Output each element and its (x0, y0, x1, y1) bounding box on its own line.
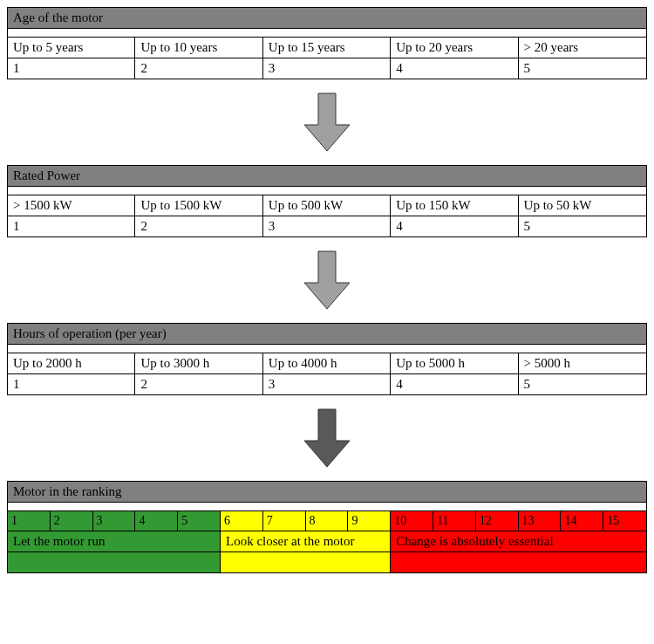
criterion-label: Up to 150 kW (391, 195, 518, 216)
criterion-block: Hours of operation (per year)Up to 2000 … (7, 323, 647, 395)
ranking-scores-row: 123456789101112131415 (8, 511, 646, 531)
ranking-title: Motor in the ranking (8, 482, 646, 503)
ranking-score-cell: 13 (519, 511, 562, 531)
ranking-score-cell: 14 (561, 511, 603, 531)
criterion-score: 1 (8, 58, 135, 79)
criterion-title: Age of the motor (8, 8, 646, 29)
criterion-label: > 1500 kW (8, 195, 135, 216)
spacer (8, 503, 646, 511)
criterion-score: 2 (135, 216, 262, 236)
ranking-score-cell: 10 (391, 511, 433, 531)
ranking-message: Look closer at the motor (221, 531, 391, 552)
ranking-score-cell: 9 (348, 511, 391, 531)
criterion-label: Up to 20 years (391, 38, 518, 58)
ranking-score-cell: 7 (263, 511, 306, 531)
criterion-label: Up to 50 kW (519, 195, 646, 216)
criterion-label: Up to 10 years (135, 38, 262, 58)
criterion-label: > 5000 h (519, 353, 646, 373)
ranking-score-cell: 1 (8, 511, 51, 531)
criterion-label: Up to 4000 h (263, 353, 391, 373)
criterion-score: 5 (519, 216, 646, 236)
ranking-footer-cell (8, 552, 221, 572)
criterion-score: 2 (135, 374, 262, 394)
ranking-block: Motor in the ranking12345678910111213141… (7, 481, 647, 573)
criterion-score: 1 (8, 374, 135, 394)
ranking-footer-row (8, 552, 646, 572)
criterion-block: Age of the motorUp to 5 yearsUp to 10 ye… (7, 7, 647, 79)
criterion-scores-row: 12345 (8, 373, 646, 394)
ranking-messages-row: Let the motor runLook closer at the moto… (8, 531, 646, 552)
down-arrow-icon (303, 92, 351, 153)
criterion-title: Rated Power (8, 166, 646, 187)
criterion-block: Rated Power> 1500 kWUp to 1500 kWUp to 5… (7, 165, 647, 237)
criterion-score: 3 (263, 58, 391, 79)
ranking-message: Change is absolutely essential (391, 531, 646, 552)
ranking-score-cell: 2 (51, 511, 93, 531)
criterion-title: Hours of operation (per year) (8, 324, 646, 345)
criterion-label: Up to 2000 h (8, 353, 135, 373)
criterion-label: Up to 15 years (263, 38, 391, 58)
down-arrow-icon (303, 250, 351, 311)
ranking-score-cell: 6 (221, 511, 263, 531)
spacer (8, 345, 646, 353)
criterion-score: 1 (8, 216, 135, 236)
ranking-score-cell: 8 (306, 511, 349, 531)
ranking-score-cell: 11 (433, 511, 476, 531)
criterion-label: Up to 500 kW (263, 195, 391, 216)
criterion-label: > 20 years (519, 38, 646, 58)
ranking-score-cell: 15 (603, 511, 646, 531)
criterion-label: Up to 5 years (8, 38, 135, 58)
criterion-score: 5 (519, 374, 646, 394)
spacer (8, 187, 646, 195)
criterion-label: Up to 1500 kW (135, 195, 262, 216)
arrow-wrap (7, 92, 647, 153)
ranking-score-cell: 12 (476, 511, 519, 531)
arrow-wrap (7, 250, 647, 311)
criterion-scores-row: 12345 (8, 216, 646, 236)
ranking-score-cell: 3 (93, 511, 136, 531)
criterion-label: Up to 5000 h (391, 353, 518, 373)
svg-marker-0 (304, 93, 350, 151)
ranking-footer-cell (391, 552, 646, 572)
criterion-scores-row: 12345 (8, 58, 646, 79)
ranking-score-cell: 4 (135, 511, 178, 531)
ranking-footer-cell (221, 552, 391, 572)
criterion-score: 4 (391, 216, 518, 236)
criterion-score: 3 (263, 216, 391, 236)
criterion-labels-row: Up to 5 yearsUp to 10 yearsUp to 15 year… (8, 38, 646, 58)
svg-marker-1 (304, 251, 350, 309)
criterion-labels-row: Up to 2000 hUp to 3000 hUp to 4000 hUp t… (8, 353, 646, 373)
ranking-message: Let the motor run (8, 531, 221, 552)
arrow-wrap (7, 408, 647, 469)
criterion-labels-row: > 1500 kWUp to 1500 kWUp to 500 kWUp to … (8, 195, 646, 216)
ranking-score-cell: 5 (178, 511, 221, 531)
criterion-score: 2 (135, 58, 262, 79)
criterion-label: Up to 3000 h (135, 353, 262, 373)
criterion-score: 3 (263, 374, 391, 394)
criterion-score: 5 (519, 58, 646, 79)
down-arrow-icon (303, 408, 351, 469)
criterion-score: 4 (391, 374, 518, 394)
criterion-score: 4 (391, 58, 518, 79)
spacer (8, 29, 646, 38)
svg-marker-2 (304, 409, 350, 467)
